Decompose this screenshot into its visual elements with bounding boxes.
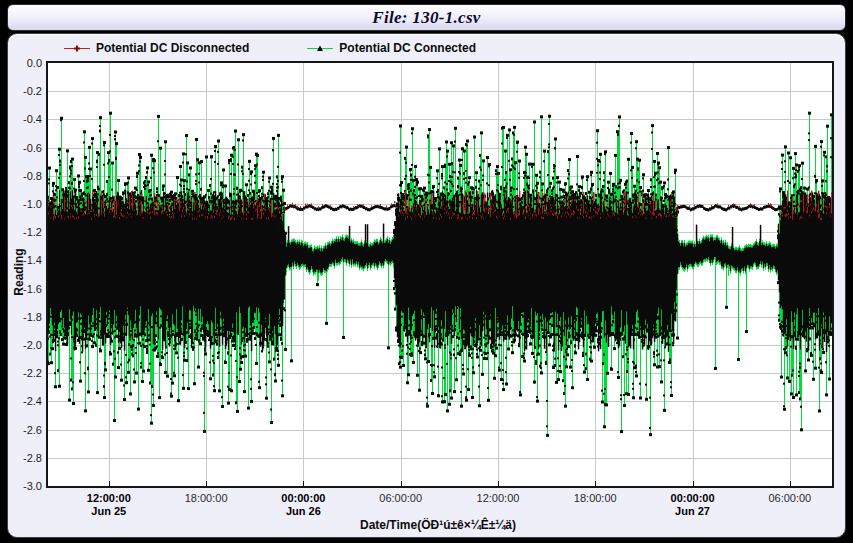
y-tick-label: -1.2 — [8, 226, 42, 238]
x-tick-label: 18:00:00 — [574, 492, 617, 505]
x-tick-label: 06:00:00 — [768, 492, 811, 505]
x-tick-label: 12:00:00 — [477, 492, 520, 505]
y-tick-label: -2.4 — [8, 395, 42, 407]
x-tick-label: 00:00:00Jun 27 — [671, 492, 715, 518]
chart-legend: Potential DC Disconnected Potential DC C… — [64, 41, 476, 55]
y-tick-label: -2.0 — [8, 339, 42, 351]
y-tick-label: -0.2 — [8, 85, 42, 97]
y-tick-label: -2.2 — [8, 367, 42, 379]
x-tick-label: 00:00:00Jun 26 — [281, 492, 325, 518]
legend-line-red-icon — [64, 44, 90, 53]
legend-label-disconnected: Potential DC Disconnected — [96, 41, 249, 55]
legend-item-connected: Potential DC Connected — [307, 41, 476, 55]
x-tick-label: 18:00:00 — [185, 492, 228, 505]
legend-label-connected: Potential DC Connected — [339, 41, 476, 55]
legend-item-disconnected: Potential DC Disconnected — [64, 41, 249, 55]
x-tick-label: 06:00:00 — [379, 492, 422, 505]
window-title: File: 130-1.csv — [372, 8, 480, 28]
app-window: { "window": { "title": "File: 130-1.csv"… — [0, 0, 853, 543]
y-tick-label: -1.0 — [8, 198, 42, 210]
chart-panel: Potential DC Disconnected Potential DC C… — [7, 33, 846, 538]
chart-canvas — [48, 63, 832, 486]
y-tick-label: -1.8 — [8, 311, 42, 323]
y-tick-label: -1.4 — [8, 254, 42, 266]
y-tick-label: -0.4 — [8, 113, 42, 125]
legend-line-green-icon — [307, 44, 333, 53]
y-tick-label: -3.0 — [8, 480, 42, 492]
y-tick-label: -0.6 — [8, 142, 42, 154]
y-tick-label: -2.8 — [8, 452, 42, 464]
y-tick-label: -1.6 — [8, 283, 42, 295]
title-bar: File: 130-1.csv — [7, 4, 846, 31]
y-tick-label: -2.6 — [8, 424, 42, 436]
plot-area — [46, 61, 834, 488]
y-tick-label: -0.8 — [8, 170, 42, 182]
y-tick-label: 0.0 — [8, 57, 42, 69]
x-tick-label: 12:00:00Jun 25 — [87, 492, 131, 518]
x-axis-title: Date/Time(ÖÐ¹ú±ê×¼Ê±¼ä) — [360, 518, 516, 532]
